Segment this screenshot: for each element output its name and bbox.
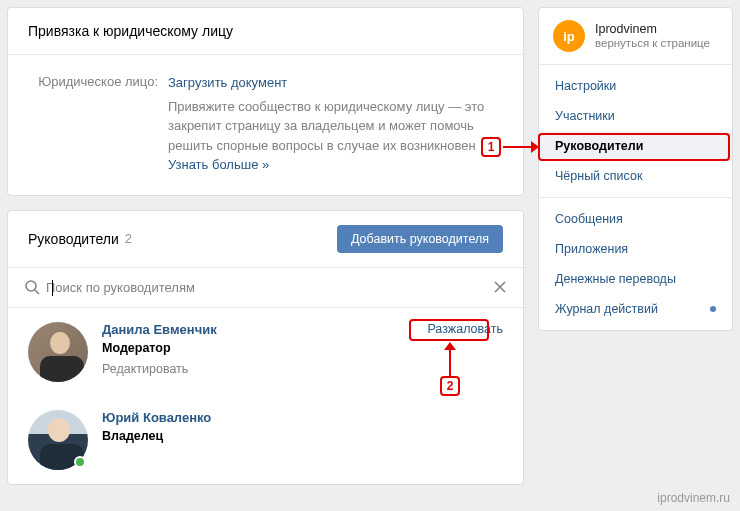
- member-edit-link[interactable]: Редактировать: [102, 362, 188, 376]
- sidebar-item-label: Сообщения: [555, 212, 623, 226]
- manager-row: Юрий Коваленко Владелец: [8, 396, 523, 484]
- sidebar-item[interactable]: Участники: [539, 101, 732, 131]
- member-role: Модератор: [102, 341, 427, 355]
- sidebar-item-label: Приложения: [555, 242, 628, 256]
- legal-header: Привязка к юридическому лицу: [8, 8, 523, 55]
- avatar[interactable]: [28, 322, 88, 382]
- notification-dot-icon: [710, 306, 716, 312]
- sidebar-card: ip Iprodvinem вернуться к странице Настр…: [538, 7, 733, 331]
- sidebar-item[interactable]: Приложения: [539, 234, 732, 264]
- sidebar-item[interactable]: Настройки: [539, 71, 732, 101]
- managers-card: Руководители 2 Добавить руководителя Дан…: [7, 210, 524, 485]
- sidebar-item-label: Чёрный список: [555, 169, 642, 183]
- sidebar-item-label: Журнал действий: [555, 302, 658, 316]
- learn-more-link[interactable]: Узнать больше »: [168, 157, 269, 172]
- sidebar-item-label: Денежные переводы: [555, 272, 676, 286]
- search-input[interactable]: [40, 278, 493, 297]
- sidebar-item-label: Участники: [555, 109, 615, 123]
- text-caret: [52, 280, 53, 296]
- legal-label: Юридическое лицо:: [28, 73, 168, 175]
- add-manager-button[interactable]: Добавить руководителя: [337, 225, 503, 253]
- manager-row: Данила Евменчик Модератор Редактировать …: [8, 308, 523, 396]
- svg-line-1: [35, 290, 39, 294]
- sidebar-item[interactable]: Чёрный список: [539, 161, 732, 191]
- managers-count: 2: [125, 231, 132, 246]
- profile-avatar-icon: ip: [553, 20, 585, 52]
- legal-card: Привязка к юридическому лицу Юридическое…: [7, 7, 524, 196]
- sidebar-item[interactable]: Сообщения: [539, 204, 732, 234]
- managers-title: Руководители: [28, 231, 119, 247]
- member-role: Владелец: [102, 429, 503, 443]
- upload-document-link[interactable]: Загрузить документ: [168, 73, 287, 93]
- sidebar-item[interactable]: Журнал действий: [539, 294, 732, 324]
- sidebar-item-label: Руководители: [555, 139, 643, 153]
- sidebar-item-label: Настройки: [555, 79, 616, 93]
- profile-row[interactable]: ip Iprodvinem вернуться к странице: [539, 8, 732, 65]
- online-indicator-icon: [74, 456, 86, 468]
- profile-sub: вернуться к странице: [595, 37, 710, 51]
- watermark: iprodvinem.ru: [657, 491, 730, 505]
- sidebar-item[interactable]: Руководители: [539, 131, 732, 161]
- svg-point-0: [26, 281, 36, 291]
- member-name-link[interactable]: Данила Евменчик: [102, 322, 217, 337]
- dismiss-link[interactable]: Разжаловать: [427, 322, 503, 336]
- member-name-link[interactable]: Юрий Коваленко: [102, 410, 211, 425]
- clear-icon[interactable]: [493, 280, 507, 294]
- search-icon: [24, 279, 40, 295]
- profile-name: Iprodvinem: [595, 22, 710, 37]
- legal-desc: Привяжите сообщество к юридическому лицу…: [168, 99, 484, 153]
- sidebar-item[interactable]: Денежные переводы: [539, 264, 732, 294]
